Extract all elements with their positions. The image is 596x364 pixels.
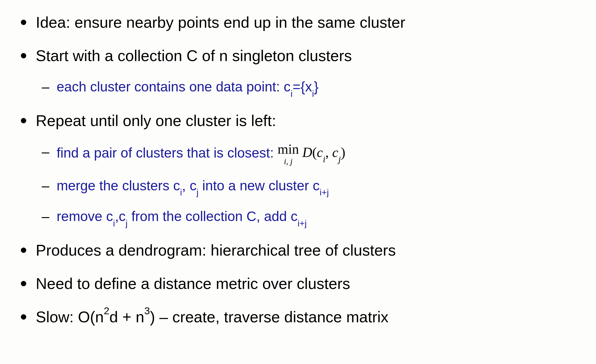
- math-D: D: [299, 145, 312, 160]
- sub-text: ={x: [293, 79, 312, 94]
- sub-text: into a new cluster c: [198, 178, 320, 193]
- subscript-i: i: [312, 89, 314, 99]
- bullet-item-distance-metric: Need to define a distance metric over cl…: [18, 273, 578, 294]
- sub-text: , c: [182, 178, 197, 193]
- min-label: min: [277, 142, 299, 156]
- bullet-text: ) – create, traverse distance matrix: [150, 308, 389, 326]
- math-c: c: [332, 145, 338, 160]
- min-operator: min i, j: [277, 142, 299, 166]
- math-expression: min i, j D(ci, cj): [277, 142, 345, 166]
- sub-item-remove: remove ci,cj from the collection C, add …: [36, 207, 578, 227]
- sub-text: remove c: [57, 209, 113, 224]
- bullet-text: Idea: ensure nearby points end up in the…: [36, 14, 405, 31]
- subscript-i: i: [180, 187, 182, 197]
- subscript-i-plus-j: i+j: [297, 218, 307, 228]
- sub-item-find: find a pair of clusters that is closest:…: [36, 142, 578, 166]
- sub-list: find a pair of clusters that is closest:…: [36, 142, 578, 227]
- math-c: c: [317, 145, 323, 160]
- bullet-list: Idea: ensure nearby points end up in the…: [18, 12, 578, 327]
- min-subscript: i, j: [277, 157, 299, 166]
- bullet-item-repeat: Repeat until only one cluster is left: f…: [18, 110, 578, 227]
- subscript-j: j: [196, 187, 198, 197]
- subscript-i-plus-j: i+j: [320, 187, 329, 197]
- bullet-text: Start with a collection C of n singleton…: [36, 47, 352, 64]
- bullet-item-idea: Idea: ensure nearby points end up in the…: [18, 12, 578, 33]
- sub-text: find a pair of clusters that is closest:: [57, 145, 277, 161]
- sub-text: }: [314, 79, 319, 94]
- bullet-item-dendrogram: Produces a dendrogram: hierarchical tree…: [18, 240, 578, 261]
- subscript-i: i: [291, 89, 293, 99]
- math-paren: (: [312, 145, 317, 160]
- subscript-j: j: [338, 154, 341, 164]
- bullet-text: Need to define a distance metric over cl…: [36, 275, 350, 292]
- superscript-3: 3: [144, 305, 150, 316]
- sub-text: ,c: [115, 209, 126, 224]
- bullet-text: d + n: [109, 308, 144, 326]
- subscript-i: i: [323, 154, 325, 164]
- sub-list: each cluster contains one data point: ci…: [36, 77, 578, 98]
- bullet-item-slow: Slow: O(n2d + n3) – create, traverse dis…: [18, 307, 578, 327]
- subscript-i: i: [113, 218, 115, 228]
- sub-text: each cluster contains one data point: c: [57, 79, 291, 94]
- sub-item-merge: merge the clusters ci, cj into a new clu…: [36, 176, 578, 197]
- sub-text: merge the clusters c: [57, 178, 180, 193]
- bullet-text: Produces a dendrogram: hierarchical tree…: [36, 242, 396, 259]
- subscript-j: j: [126, 218, 128, 228]
- superscript-2: 2: [104, 305, 109, 316]
- bullet-text: Slow: O(n: [36, 308, 104, 326]
- sub-text: from the collection C, add c: [128, 209, 297, 224]
- bullet-item-start: Start with a collection C of n singleton…: [18, 45, 578, 98]
- math-paren: ): [341, 145, 345, 160]
- sub-item-singleton: each cluster contains one data point: ci…: [36, 77, 578, 98]
- bullet-text: Repeat until only one cluster is left:: [36, 112, 276, 129]
- math-comma: ,: [325, 145, 332, 160]
